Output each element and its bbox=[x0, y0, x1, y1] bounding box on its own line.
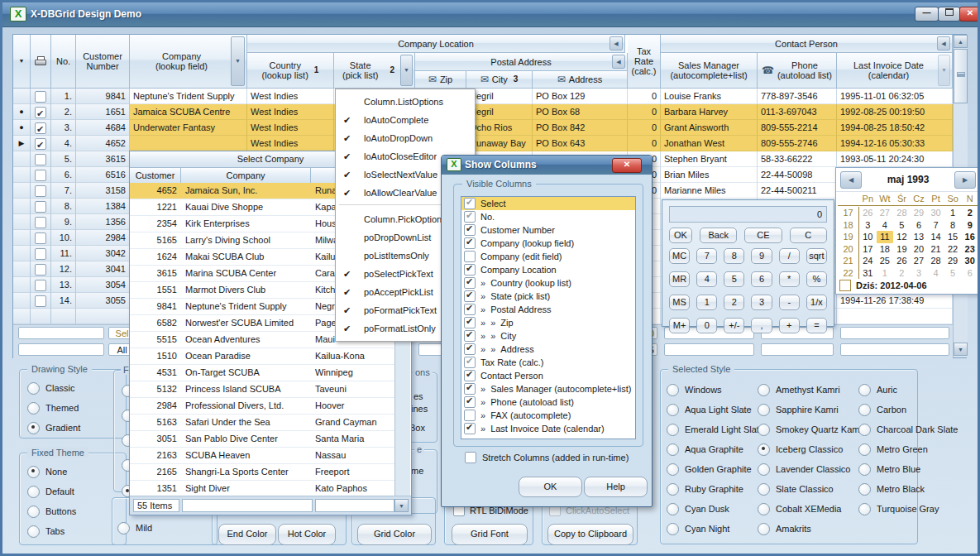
row-select-cell[interactable] bbox=[31, 293, 51, 309]
column-visibility-item[interactable]: Tax Rate (calc.) bbox=[461, 356, 635, 369]
row-select-cell[interactable] bbox=[31, 230, 51, 246]
address-column-header[interactable]: ✉Address bbox=[533, 71, 628, 89]
company-cell[interactable]: Neptune's Trident Supply bbox=[130, 89, 247, 104]
city-column-header[interactable]: ✉City3 bbox=[466, 71, 533, 89]
calendar-day-cell[interactable]: 7 bbox=[927, 219, 944, 232]
calendar-day-cell[interactable]: 30 bbox=[927, 207, 944, 219]
row-checkbox[interactable] bbox=[35, 122, 46, 134]
customer-number-cell[interactable]: 3042 bbox=[76, 246, 130, 261]
radio-icon[interactable] bbox=[667, 424, 679, 436]
checkbox-icon[interactable] bbox=[464, 237, 476, 249]
list-item[interactable]: 1510 Ocean Paradise Kailua-Kona bbox=[130, 348, 396, 365]
calendar-day-cell[interactable]: 22 bbox=[838, 267, 859, 280]
calendar-day-cell[interactable]: 20 bbox=[838, 243, 859, 256]
checkbox-icon[interactable] bbox=[464, 410, 476, 421]
phone-cell[interactable]: 22-44-500211 bbox=[758, 183, 837, 199]
calendar-day-cell[interactable]: 19 bbox=[893, 243, 911, 256]
checkbox-icon[interactable] bbox=[464, 224, 476, 236]
hot-color-button[interactable]: Hot Color bbox=[278, 524, 336, 545]
row-checkbox[interactable] bbox=[35, 201, 46, 213]
company-cell[interactable]: Underwater Fantasy bbox=[130, 120, 247, 136]
calculator-button[interactable]: - bbox=[779, 295, 800, 310]
customer-number-cell[interactable]: 1384 bbox=[76, 199, 130, 214]
country-cell[interactable]: West Indies bbox=[247, 120, 334, 136]
radio-icon[interactable] bbox=[27, 402, 40, 415]
style-option[interactable]: Metro Black bbox=[858, 479, 958, 499]
calendar-day-cell[interactable]: 14 bbox=[927, 231, 944, 243]
column-visibility-item[interactable]: » State (pick list) bbox=[461, 290, 635, 303]
ok-button[interactable]: OK bbox=[519, 477, 582, 497]
mild-option[interactable]: Mild bbox=[117, 518, 152, 538]
row-checkbox[interactable] bbox=[35, 232, 46, 244]
phone-column-header[interactable]: ☎Phone(autoload list) bbox=[758, 53, 837, 89]
tax-rate-cell[interactable]: 0 bbox=[628, 136, 661, 151]
calculator-button[interactable]: MR bbox=[669, 271, 690, 287]
calculator-button[interactable]: 2 bbox=[724, 295, 744, 310]
column-visibility-item[interactable]: » » City bbox=[461, 329, 635, 343]
column-visibility-item[interactable]: » » Zip bbox=[461, 316, 635, 329]
end-color-button[interactable]: End Color bbox=[218, 524, 276, 545]
calendar-day-cell[interactable]: 27 bbox=[877, 207, 894, 219]
calculator-button[interactable]: MS bbox=[669, 295, 690, 310]
calculator-button[interactable]: MC bbox=[669, 248, 690, 264]
calendar-day-cell[interactable]: 18 bbox=[838, 219, 859, 232]
calendar-day-cell[interactable]: 11 bbox=[877, 231, 894, 243]
radio-icon[interactable] bbox=[858, 463, 871, 476]
invoice-date-cell[interactable]: 1994-12-16 05:30:33 bbox=[837, 136, 953, 151]
column-visibility-item[interactable]: » » Address bbox=[461, 343, 635, 356]
grid-color-button[interactable]: Grid Color bbox=[357, 524, 432, 545]
checkbox-icon[interactable] bbox=[464, 290, 476, 302]
tax-rate-cell[interactable]: 0 bbox=[628, 104, 661, 120]
checkbox-icon[interactable] bbox=[464, 317, 476, 328]
style-option[interactable]: Auric bbox=[858, 380, 958, 400]
style-option[interactable]: Golden Graphite bbox=[667, 459, 764, 479]
maximize-button[interactable] bbox=[938, 7, 960, 22]
zip-column-header[interactable]: ✉Zip bbox=[415, 71, 466, 89]
tax-rate-cell[interactable]: 0 bbox=[628, 89, 661, 104]
calendar-day-cell[interactable]: 15 bbox=[944, 231, 962, 243]
calendar-day-cell[interactable]: 29 bbox=[944, 255, 962, 267]
row-checkbox[interactable] bbox=[35, 170, 46, 181]
checkbox-icon[interactable] bbox=[464, 330, 476, 342]
calculator-button[interactable]: 7 bbox=[696, 248, 717, 264]
city-cell[interactable]: Negril bbox=[466, 89, 533, 104]
calendar-day-cell[interactable]: 12 bbox=[893, 231, 911, 243]
customer-number-cell[interactable]: 4684 bbox=[76, 120, 130, 136]
checkbox-icon[interactable] bbox=[464, 383, 476, 395]
list-item[interactable]: 2163 SCUBA Heaven Nassau bbox=[130, 448, 396, 464]
calendar-day-cell[interactable]: 28 bbox=[927, 255, 944, 267]
radio-icon[interactable] bbox=[667, 443, 679, 456]
stretch-columns-checkbox[interactable]: Stretch Columns (added in run-time) bbox=[465, 452, 629, 463]
customer-number-cell[interactable]: 4652 bbox=[76, 136, 130, 151]
sales-manager-cell[interactable]: Barbara Harvey bbox=[661, 104, 758, 120]
city-cell[interactable]: Ocho Rios bbox=[466, 120, 533, 136]
radio-icon[interactable] bbox=[27, 422, 40, 434]
column-visibility-item[interactable]: » FAX (autocomplete) bbox=[461, 409, 635, 422]
column-visibility-item[interactable]: Contact Person bbox=[461, 369, 635, 382]
calculator-button[interactable]: , bbox=[751, 318, 772, 333]
city-cell[interactable]: Runaway Bay bbox=[466, 136, 533, 151]
row-select-cell[interactable] bbox=[31, 277, 51, 293]
postal-address-band[interactable]: Postal Address ◀ bbox=[415, 53, 628, 71]
row-select-cell[interactable] bbox=[31, 151, 51, 167]
column-visibility-item[interactable]: Select bbox=[461, 197, 635, 210]
address-cell[interactable]: PO Box 68 bbox=[533, 104, 628, 120]
calendar-day-cell[interactable]: 26 bbox=[893, 255, 911, 267]
radio-icon[interactable] bbox=[667, 384, 679, 396]
company-column-header[interactable]: Company(lookup field) ▼ bbox=[130, 35, 247, 89]
style-option[interactable]: Turquoise Gray bbox=[858, 499, 958, 519]
company-location-band[interactable]: Company Location ◀ bbox=[247, 35, 625, 53]
grid-font-button[interactable]: Grid Font bbox=[452, 524, 528, 545]
radio-icon[interactable] bbox=[758, 424, 770, 436]
row-checkbox[interactable] bbox=[35, 264, 46, 276]
calculator-button[interactable]: C bbox=[790, 228, 827, 243]
calendar-day-cell[interactable]: 13 bbox=[911, 231, 928, 243]
style-option[interactable]: Carbon bbox=[858, 400, 958, 419]
calendar-day-cell[interactable]: 20 bbox=[911, 243, 928, 256]
style-option[interactable]: Cyan Dusk bbox=[667, 499, 764, 519]
row-checkbox[interactable] bbox=[35, 154, 46, 165]
style-option[interactable]: Metro Blue bbox=[858, 459, 958, 479]
calculator-button[interactable]: + bbox=[779, 318, 800, 333]
row-select-cell[interactable] bbox=[31, 104, 51, 120]
calendar-day-cell[interactable]: 2 bbox=[961, 207, 978, 219]
